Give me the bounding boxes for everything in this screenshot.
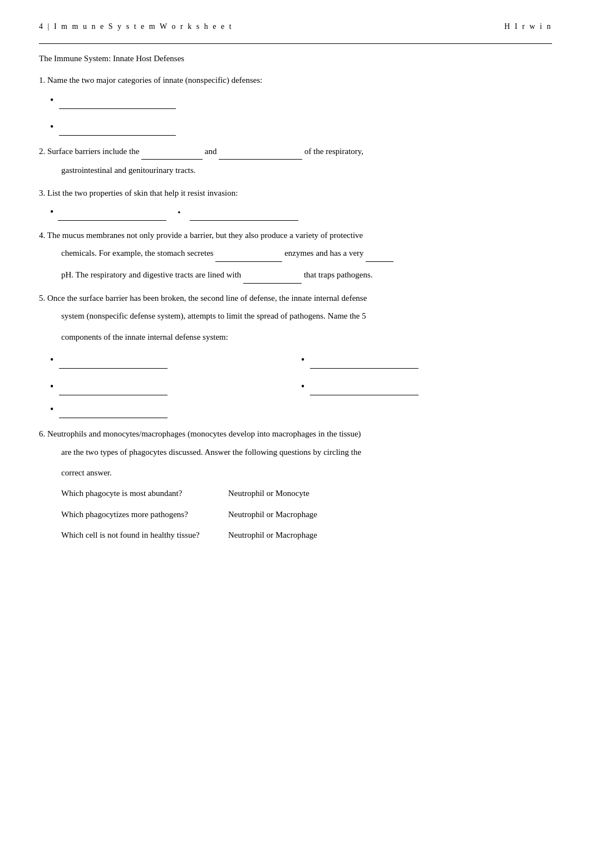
- q3-bullet-row: •: [50, 204, 552, 221]
- q6-q3: Which cell is not found in healthy tissu…: [61, 528, 228, 543]
- q6-line2: are the two types of phagocytes discusse…: [61, 445, 552, 460]
- header-left: 4 | I m m u n e S y s t e m W o r k s h …: [39, 22, 233, 31]
- q6-text: 6. Neutrophils and monocytes/macrophages…: [39, 427, 552, 442]
- section-title: The Immune System: Innate Host Defenses: [39, 54, 552, 63]
- q5-bullet-3: [50, 378, 301, 395]
- q2-text: 2. Surface barriers include the and of t…: [39, 145, 552, 160]
- q6-number: 6.: [39, 429, 47, 438]
- q5-line2: system (nonspecific defense system), att…: [61, 309, 552, 324]
- q5-bullet-5: [50, 401, 552, 418]
- q6-a2: Neutrophil or Macrophage: [228, 508, 317, 522]
- header-right: H I r w i n: [504, 22, 552, 31]
- q6-table: Which phagocyte is most abundant? Neutro…: [61, 487, 552, 543]
- q3-text: 3. List the two properties of skin that …: [39, 186, 552, 201]
- q1-bullet-1: [50, 91, 552, 109]
- q6-row-3: Which cell is not found in healthy tissu…: [61, 528, 552, 543]
- q6-q2: Which phagocytizes more pathogens?: [61, 508, 228, 522]
- question-5: 5. Once the surface barrier has been bro…: [39, 291, 552, 418]
- q5-number: 5.: [39, 294, 47, 302]
- q6-q1: Which phagocyte is most abundant?: [61, 487, 228, 501]
- question-2: 2. Surface barriers include the and of t…: [39, 145, 552, 178]
- q3-blank-1: [58, 206, 166, 221]
- q3-separator: •: [178, 206, 180, 220]
- q5-line3: components of the innate internal defens…: [61, 330, 552, 345]
- q1-bullet-list: [50, 91, 552, 136]
- q4-blank-lined: [243, 267, 302, 284]
- page-header: 4 | I m m u n e S y s t e m W o r k s h …: [39, 22, 552, 31]
- question-6: 6. Neutrophils and monocytes/macrophages…: [39, 427, 552, 543]
- q5-blank-2: [310, 353, 418, 369]
- q4-number: 4.: [39, 231, 47, 240]
- q4-after-lined: that traps pathogens.: [304, 270, 373, 279]
- q3-blank-2: [190, 206, 298, 221]
- q4-blank-ph: [366, 246, 393, 262]
- q6-row-1: Which phagocyte is most abundant? Neutro…: [61, 487, 552, 501]
- q5-blank-1: [59, 353, 168, 369]
- q4-middle: enzymes and has a very: [284, 249, 363, 257]
- question-3: 3. List the two properties of skin that …: [39, 186, 552, 221]
- q4-intro: The mucus membranes not only provide a b…: [47, 231, 363, 240]
- q5-bullet-grid: [50, 351, 552, 396]
- q1-body: Name the two major categories of innate …: [47, 76, 263, 85]
- q1-number: 1.: [39, 76, 47, 85]
- q5-bullet-4: [301, 378, 552, 395]
- q5-text: 5. Once the surface barrier has been bro…: [39, 291, 552, 306]
- q6-a1: Neutrophil or Monocyte: [228, 487, 309, 501]
- q2-after: of the respiratory,: [304, 147, 363, 156]
- q1-text: 1. Name the two major categories of inna…: [39, 73, 552, 88]
- q1-bullet-2: [50, 118, 552, 136]
- q2-blank-2: [219, 145, 302, 160]
- q5-intro: Once the surface barrier has been broken…: [47, 294, 367, 302]
- q4-line2: chemicals. For example, the stomach secr…: [61, 246, 552, 262]
- q5-blank-4: [310, 380, 418, 395]
- question-1: 1. Name the two major categories of inna…: [39, 73, 552, 136]
- q4-text: 4. The mucus membranes not only provide …: [39, 229, 552, 243]
- q2-blank-1: [141, 145, 203, 160]
- q2-before: Surface barriers include the: [47, 147, 139, 156]
- q4-before-enzymes: chemicals. For example, the stomach secr…: [61, 249, 214, 257]
- q6-a3: Neutrophil or Macrophage: [228, 528, 317, 543]
- q4-line3: pH. The respiratory and digestive tracts…: [61, 267, 552, 284]
- q1-blank-2: [59, 120, 176, 136]
- q2-continued: gastrointestinal and genitourinary tract…: [61, 163, 552, 178]
- q4-before-lined: pH. The respiratory and digestive tracts…: [61, 270, 241, 279]
- q5-fifth-bullet: [50, 401, 552, 418]
- q5-bullet-1: [50, 351, 301, 369]
- q3-number: 3.: [39, 189, 47, 197]
- q6-line3: correct answer.: [61, 465, 552, 481]
- header-divider: [39, 43, 552, 44]
- question-4: 4. The mucus membranes not only provide …: [39, 229, 552, 284]
- q3-body: List the two properties of skin that hel…: [47, 189, 238, 197]
- q5-blank-3: [59, 380, 168, 395]
- q2-middle: and: [205, 147, 217, 156]
- q6-row-2: Which phagocytizes more pathogens? Neutr…: [61, 508, 552, 522]
- q5-blank-5: [59, 403, 168, 418]
- q3-bullet-1: [50, 204, 166, 221]
- q1-blank-1: [59, 93, 176, 109]
- q2-number: 2.: [39, 147, 47, 156]
- q5-bullet-2: [301, 351, 552, 369]
- q6-intro: Neutrophils and monocytes/macrophages (m…: [47, 429, 361, 438]
- q4-blank-enzymes: [215, 246, 282, 262]
